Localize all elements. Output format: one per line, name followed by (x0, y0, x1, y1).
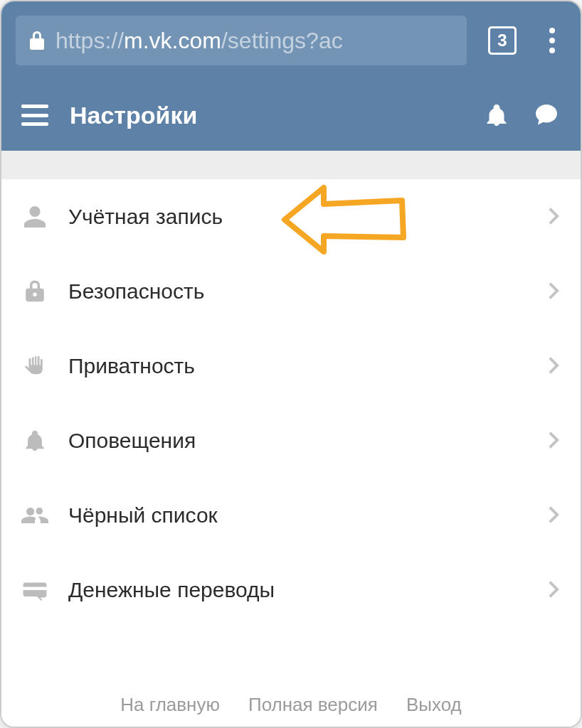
chevron-right-icon (548, 282, 561, 301)
notifications-button[interactable] (482, 101, 511, 129)
item-label: Чёрный список (68, 503, 528, 528)
content-area: Учётная запись Безопасность (1, 151, 581, 727)
app-header: Настройки (1, 80, 581, 151)
settings-item-account[interactable]: Учётная запись (1, 179, 581, 254)
people-icon (21, 502, 48, 529)
settings-item-privacy[interactable]: Приватность (1, 328, 581, 403)
tab-count-button[interactable]: 3 (488, 26, 517, 55)
page-title: Настройки (70, 102, 461, 129)
settings-item-transfers[interactable]: Денежные переводы (1, 552, 581, 627)
footer-logout-link[interactable]: Выход (406, 694, 462, 716)
item-label: Учётная запись (68, 205, 528, 229)
hand-icon (21, 353, 48, 380)
lock-icon (28, 31, 46, 50)
chat-icon (534, 102, 559, 128)
bell-icon (21, 427, 48, 454)
browser-overflow-menu[interactable] (538, 26, 566, 55)
footer-home-link[interactable]: На главную (120, 694, 220, 716)
messages-button[interactable] (532, 101, 561, 129)
bell-icon (484, 102, 509, 128)
chevron-right-icon (548, 431, 561, 451)
chevron-right-icon (548, 356, 561, 376)
settings-item-notifications[interactable]: Оповещения (1, 403, 581, 478)
url-bar[interactable]: https://m.vk.com/settings?ac (16, 16, 467, 65)
hamburger-menu[interactable] (21, 105, 48, 126)
lock-icon (21, 278, 48, 305)
tab-count-value: 3 (497, 31, 507, 50)
chevron-right-icon (548, 580, 561, 600)
item-label: Приватность (68, 354, 528, 378)
footer: На главную Полная версия Выход (1, 673, 581, 727)
item-label: Оповещения (68, 429, 528, 453)
card-icon (21, 577, 48, 604)
settings-list: Учётная запись Безопасность (1, 179, 581, 673)
chevron-right-icon (548, 207, 561, 227)
url-text: https://m.vk.com/settings?ac (55, 28, 343, 54)
settings-item-security[interactable]: Безопасность (1, 254, 581, 328)
browser-chrome: https://m.vk.com/settings?ac 3 (1, 1, 581, 80)
item-label: Денежные переводы (68, 578, 528, 602)
footer-full-version-link[interactable]: Полная версия (248, 694, 378, 716)
person-icon (21, 203, 48, 230)
chevron-right-icon (548, 505, 561, 525)
settings-item-blacklist[interactable]: Чёрный список (1, 478, 581, 552)
item-label: Безопасность (68, 279, 528, 304)
